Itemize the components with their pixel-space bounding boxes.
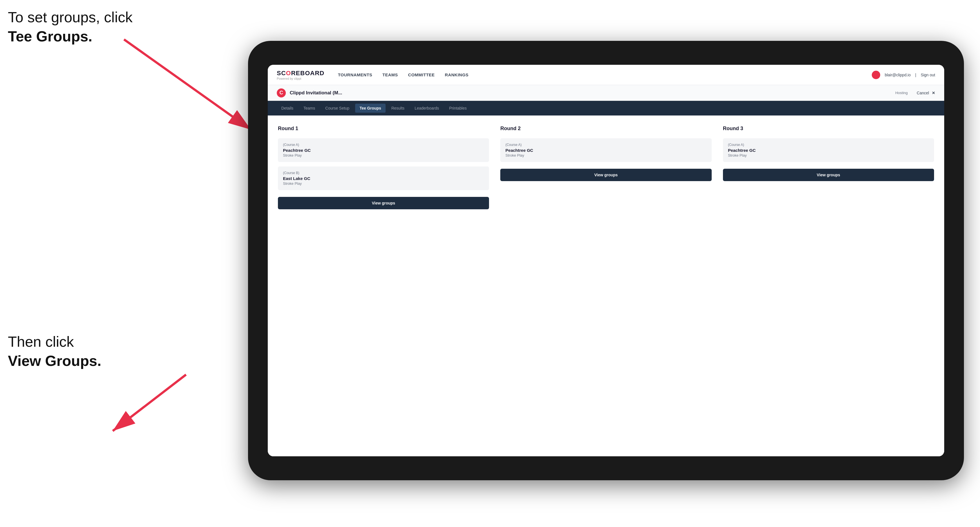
- tab-results[interactable]: Results: [387, 104, 409, 113]
- nav-rankings[interactable]: RANKINGS: [445, 71, 468, 78]
- instruction-then-click: Then click: [8, 333, 74, 350]
- round-1-course-a-name: Peachtree GC: [283, 148, 484, 153]
- round-3-view-groups-button[interactable]: View groups: [723, 169, 934, 181]
- tablet-screen: SCOREBOARD Powered by clippt TOURNAMENTS…: [268, 65, 944, 456]
- svg-line-3: [113, 375, 186, 431]
- tablet-frame: SCOREBOARD Powered by clippt TOURNAMENTS…: [248, 41, 964, 480]
- round-3-title: Round 3: [723, 125, 934, 132]
- tab-bar: Details Teams Course Setup Tee Groups Re…: [268, 101, 944, 116]
- sign-out-link[interactable]: Sign out: [921, 73, 935, 77]
- tab-teams[interactable]: Teams: [299, 104, 320, 113]
- round-1-course-b-label: (Course B): [283, 171, 484, 175]
- tab-tee-groups[interactable]: Tee Groups: [355, 104, 386, 113]
- instruction-tee-groups: Tee Groups.: [8, 28, 92, 44]
- arrow-to-view-groups: [90, 358, 203, 448]
- rounds-grid: Round 1 (Course A) Peachtree GC Stroke P…: [278, 125, 934, 209]
- round-2-view-groups-button[interactable]: View groups: [500, 169, 711, 181]
- nav-teams[interactable]: TEAMS: [382, 71, 398, 78]
- round-1-course-b-format: Stroke Play: [283, 181, 484, 186]
- round-2-course-a-card: (Course A) Peachtree GC Stroke Play: [500, 138, 711, 162]
- cancel-x: ✕: [932, 91, 935, 95]
- round-2-course-a-label: (Course A): [505, 143, 706, 147]
- tab-details[interactable]: Details: [277, 104, 298, 113]
- round-3-course-a-format: Stroke Play: [728, 153, 929, 157]
- tournament-logo: C: [277, 89, 286, 97]
- nav-right: blair@clippd.io | Sign out: [872, 71, 935, 79]
- round-1-course-b-card: (Course B) East Lake GC Stroke Play: [278, 167, 489, 190]
- sub-header: C Clippd Invitational (M... Hosting Canc…: [268, 85, 944, 101]
- round-2-title: Round 2: [500, 125, 711, 132]
- logo-area: SCOREBOARD Powered by clippt: [277, 70, 325, 80]
- round-1-course-b-name: East Lake GC: [283, 176, 484, 181]
- round-3-course-a-name: Peachtree GC: [728, 148, 929, 153]
- tab-printables[interactable]: Printables: [445, 104, 471, 113]
- top-nav: SCOREBOARD Powered by clippt TOURNAMENTS…: [268, 65, 944, 85]
- main-content: Round 1 (Course A) Peachtree GC Stroke P…: [268, 116, 944, 456]
- round-1-course-a-label: (Course A): [283, 143, 484, 147]
- hosting-badge: Hosting: [895, 91, 908, 95]
- round-1-view-groups-button[interactable]: View groups: [278, 197, 489, 209]
- round-1-title: Round 1: [278, 125, 489, 132]
- round-3-course-a-label: (Course A): [728, 143, 929, 147]
- round-1-column: Round 1 (Course A) Peachtree GC Stroke P…: [278, 125, 489, 209]
- nav-tournaments[interactable]: TOURNAMENTS: [338, 71, 372, 78]
- tournament-name: Clippd Invitational (M...: [290, 90, 895, 96]
- round-1-course-a-format: Stroke Play: [283, 153, 484, 157]
- round-2-column: Round 2 (Course A) Peachtree GC Stroke P…: [500, 125, 711, 209]
- user-email: blair@clippd.io: [885, 73, 911, 77]
- pipe-separator: |: [915, 73, 916, 77]
- instruction-bottom: Then click View Groups.: [8, 332, 101, 370]
- round-2-course-a-format: Stroke Play: [505, 153, 706, 157]
- round-3-column: Round 3 (Course A) Peachtree GC Stroke P…: [723, 125, 934, 209]
- tab-leaderboards[interactable]: Leaderboards: [410, 104, 443, 113]
- tab-course-setup[interactable]: Course Setup: [321, 104, 354, 113]
- round-1-course-a-card: (Course A) Peachtree GC Stroke Play: [278, 138, 489, 162]
- user-avatar: [872, 71, 880, 79]
- nav-links: TOURNAMENTS TEAMS COMMITTEE RANKINGS: [338, 71, 872, 78]
- logo-sub: Powered by clippt: [277, 77, 325, 80]
- round-2-course-a-name: Peachtree GC: [505, 148, 706, 153]
- svg-line-1: [124, 40, 251, 130]
- nav-committee[interactable]: COMMITTEE: [408, 71, 435, 78]
- round-3-course-a-card: (Course A) Peachtree GC Stroke Play: [723, 138, 934, 162]
- instruction-view-groups: View Groups.: [8, 352, 101, 369]
- cancel-button[interactable]: Cancel ✕: [917, 91, 935, 95]
- logo: SCOREBOARD: [277, 70, 325, 77]
